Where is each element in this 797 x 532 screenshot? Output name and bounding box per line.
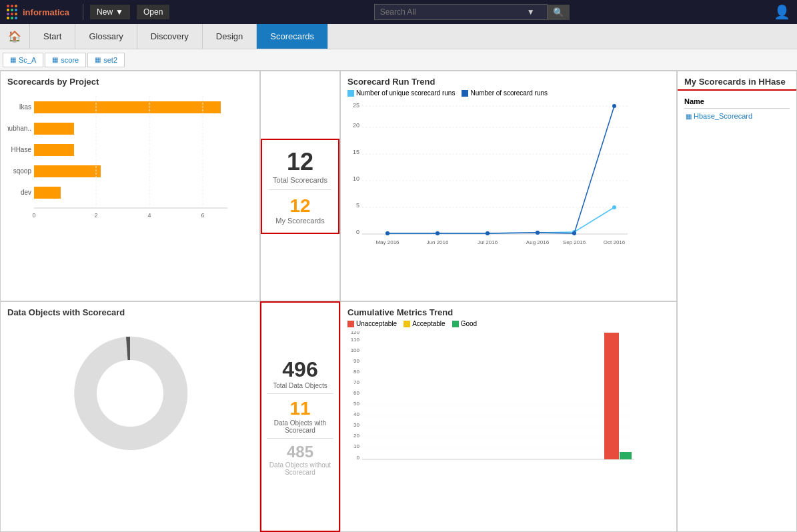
open-tab-set2[interactable]: ▦ set2	[87, 53, 125, 67]
cumulative-title: Cumulative Metrics Trend	[341, 302, 676, 320]
user-icon[interactable]: 👤	[774, 4, 790, 20]
total-data-objects-label: Total Data Objects	[267, 382, 333, 389]
open-label: Open	[143, 7, 163, 17]
svg-text:0: 0	[357, 455, 360, 461]
svg-point-42	[612, 104, 616, 108]
table-row[interactable]: ▦ Hbase_Scorecard	[684, 110, 790, 122]
total-data-objects-number: 496	[267, 357, 333, 382]
score-icon: ▦	[52, 56, 58, 63]
svg-text:60: 60	[353, 390, 359, 396]
donut-chart	[57, 333, 203, 453]
svg-text:25: 25	[353, 102, 359, 109]
svg-point-40	[536, 231, 540, 235]
svg-text:Jul 2016: Jul 2016	[478, 239, 498, 245]
svg-text:4: 4	[147, 212, 151, 219]
svg-text:dev: dev	[21, 189, 31, 196]
search-container: ▼ 🔍	[176, 4, 767, 20]
total-runs-line	[387, 106, 614, 233]
svg-text:Oct 2016: Oct 2016	[604, 239, 626, 245]
svg-text:90: 90	[353, 358, 359, 364]
bar-shubhan	[34, 123, 74, 135]
svg-text:110: 110	[351, 337, 360, 343]
svg-text:20: 20	[353, 122, 359, 129]
search-input[interactable]	[380, 7, 527, 17]
svg-text:HHase: HHase	[11, 146, 31, 153]
unique-runs-line	[387, 207, 614, 233]
new-button[interactable]: New ▼	[90, 5, 130, 19]
my-scorecards-label: My Scorecards	[269, 217, 331, 225]
bar-dev	[34, 187, 61, 199]
svg-text:6: 6	[201, 212, 204, 219]
svg-text:Jul 2016: Jul 2016	[478, 463, 498, 465]
bar-sqoop	[34, 165, 101, 177]
my-scorecards-title: My Scorecards in HHase	[678, 71, 796, 89]
svg-text:Jun 2016: Jun 2016	[427, 239, 449, 245]
sc-a-icon: ▦	[10, 56, 16, 63]
open-tab-score[interactable]: ▦ score	[45, 53, 86, 67]
svg-text:100: 100	[351, 347, 360, 353]
svg-text:10: 10	[353, 175, 359, 182]
open-tab-sc-a[interactable]: ▦ Sc_A	[3, 53, 43, 67]
svg-text:20: 20	[353, 433, 359, 439]
new-label: New	[97, 7, 113, 17]
new-chevron-icon: ▼	[115, 7, 123, 17]
svg-point-41	[572, 231, 576, 235]
run-trend-chart: 0 5 10 15 20 25 May 2016 Jun 2016 Jul 20…	[347, 101, 641, 247]
logo: informatica	[7, 5, 69, 19]
without-scorecard-label: Data Objects without Scorecard	[267, 461, 333, 476]
cumulative-legend: Unacceptable Acceptable Good	[347, 320, 670, 327]
svg-text:Oct 2016: Oct 2016	[604, 463, 626, 465]
tab-discovery[interactable]: Discovery	[137, 24, 203, 49]
scorecard-name: Hbase_Scorecard	[694, 112, 752, 120]
run-trend-legend: Number of unique scorecard runs Number o…	[347, 89, 670, 97]
stats-bottom-panel: 496 Total Data Objects 11 Data Objects w…	[260, 301, 340, 532]
svg-text:Jun 2016: Jun 2016	[427, 463, 449, 465]
svg-text:50: 50	[353, 401, 359, 407]
bar-unacceptable	[604, 333, 619, 459]
home-icon: 🏠	[8, 30, 21, 43]
home-tab[interactable]: 🏠	[0, 24, 30, 49]
cumulative-metrics-panel: Cumulative Metrics Trend Unacceptable Ac…	[340, 301, 677, 532]
tab-scorecards[interactable]: Scorecards	[257, 24, 328, 49]
name-column-header: Name	[684, 97, 790, 109]
svg-text:5: 5	[356, 202, 359, 209]
data-objects-title: Data Objects with Scorecard	[1, 302, 259, 320]
logo-text: informatica	[23, 7, 69, 17]
total-scorecards-number: 12	[269, 148, 331, 176]
svg-text:Shubhan..: Shubhan..	[7, 125, 31, 132]
my-scorecards-number: 12	[269, 195, 331, 217]
svg-text:120: 120	[351, 331, 360, 335]
search-dropdown-icon[interactable]: ▼	[527, 7, 535, 17]
svg-text:0: 0	[32, 212, 35, 219]
svg-text:40: 40	[353, 411, 359, 417]
svg-text:30: 30	[353, 422, 359, 428]
bar-ikas	[34, 101, 221, 113]
tab-design[interactable]: Design	[203, 24, 257, 49]
open-button[interactable]: Open	[137, 5, 169, 19]
run-trend-title: Scorecard Run Trend	[341, 71, 676, 89]
with-scorecard-number: 11	[267, 398, 333, 419]
stats-top-panel: 12 Total Scorecards 12 My Scorecards	[260, 71, 340, 301]
scorecards-by-project-panel: Scorecards by Project Ikas Shubhan.. HHa…	[0, 71, 260, 301]
svg-text:Sep 2016: Sep 2016	[563, 463, 586, 465]
search-button[interactable]: 🔍	[548, 5, 570, 20]
svg-text:70: 70	[353, 379, 359, 385]
main-tabs-bar: 🏠 Start Glossary Discovery Design Scorec…	[0, 24, 797, 49]
svg-text:sqoop: sqoop	[13, 167, 32, 175]
tab-start[interactable]: Start	[30, 24, 75, 49]
top-navigation: informatica New ▼ Open ▼ 🔍 👤	[0, 0, 797, 24]
svg-text:May 2016: May 2016	[375, 239, 400, 245]
svg-point-43	[97, 360, 163, 427]
svg-point-39	[486, 231, 490, 235]
my-scorecards-panel: My Scorecards in HHase Name ▦ Hbase_Scor…	[677, 71, 797, 532]
bar-good	[620, 452, 632, 459]
svg-text:Sep 2016: Sep 2016	[563, 239, 586, 245]
tab-glossary[interactable]: Glossary	[75, 24, 137, 49]
main-content: Scorecards by Project Ikas Shubhan.. HHa…	[0, 71, 797, 532]
scorecards-table: Name ▦ Hbase_Scorecard	[683, 96, 791, 123]
scorecards-project-title: Scorecards by Project	[1, 71, 259, 89]
svg-point-38	[436, 231, 440, 235]
svg-text:15: 15	[353, 149, 359, 155]
svg-text:Aug 2016: Aug 2016	[526, 463, 550, 465]
set2-icon: ▦	[95, 56, 101, 63]
